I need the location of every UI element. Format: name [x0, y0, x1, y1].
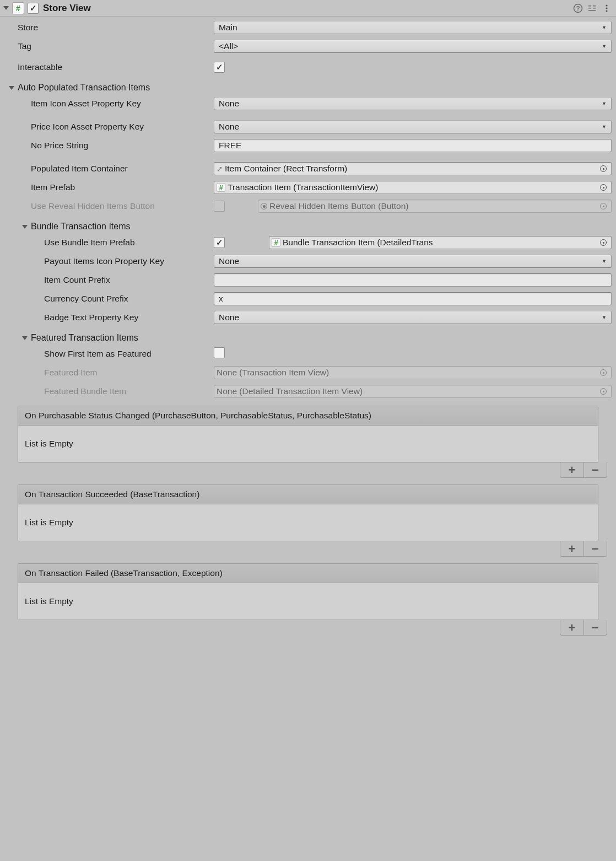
svg-point-8 — [606, 7, 607, 9]
item-icon-key-dropdown[interactable]: None — [214, 97, 612, 110]
event-purchasable-header: On Purchasable Status Changed (PurchaseB… — [18, 406, 598, 426]
auto-populated-title: Auto Populated Transaction Items — [18, 83, 150, 93]
object-picker-icon — [599, 387, 608, 396]
object-picker-icon — [599, 202, 608, 211]
help-icon[interactable]: ? — [572, 2, 584, 14]
show-first-featured-checkbox[interactable] — [214, 347, 225, 358]
price-icon-key-value: None — [219, 122, 239, 132]
price-icon-key-dropdown[interactable]: None — [214, 120, 612, 133]
item-prefab-value: Transaction Item (TransactionItemView) — [228, 182, 378, 192]
bundle-header[interactable]: Bundle Transaction Items — [4, 222, 612, 232]
component-title: Store View — [43, 3, 570, 14]
populated-container-value: Item Container (Rect Transform) — [225, 164, 347, 174]
event-succeeded-body: List is Empty — [18, 504, 598, 541]
component-enabled-checkbox[interactable] — [28, 3, 39, 14]
payout-key-value: None — [219, 256, 239, 266]
tag-dropdown[interactable]: <All> — [214, 40, 612, 53]
tag-value: <All> — [219, 41, 238, 51]
item-icon-key-value: None — [219, 99, 239, 109]
script-icon: # — [12, 2, 24, 14]
bundle-title: Bundle Transaction Items — [31, 222, 131, 232]
svg-text:?: ? — [576, 5, 580, 12]
currency-count-prefix-input[interactable]: x — [214, 292, 612, 305]
svg-point-9 — [606, 10, 607, 12]
event-purchasable-block: On Purchasable Status Changed (PurchaseB… — [18, 406, 598, 462]
store-dropdown[interactable]: Main — [214, 21, 612, 34]
currency-count-prefix-value: x — [219, 294, 223, 304]
payout-key-dropdown[interactable]: None — [214, 255, 612, 268]
no-price-string-value: FREE — [219, 141, 241, 150]
use-bundle-prefab-checkbox[interactable] — [214, 237, 225, 248]
event-purchasable-body: List is Empty — [18, 426, 598, 462]
component-foldout[interactable] — [3, 6, 9, 10]
svg-rect-2 — [588, 6, 591, 7]
svg-point-7 — [606, 4, 607, 6]
price-icon-key-label: Price Icon Asset Property Key — [4, 122, 214, 132]
featured-bundle-item-label: Featured Bundle Item — [4, 386, 214, 396]
svg-rect-6 — [588, 10, 596, 11]
show-first-featured-label: Show First Item as Featured — [4, 349, 214, 359]
badge-text-key-label: Badge Text Property Key — [4, 313, 214, 322]
featured-header[interactable]: Featured Transaction Items — [4, 333, 612, 343]
auto-populated-header[interactable]: Auto Populated Transaction Items — [4, 83, 612, 93]
event-purchasable-footer: + − — [4, 462, 612, 478]
add-listener-button[interactable]: + — [560, 462, 583, 477]
no-price-string-label: No Price String — [4, 141, 214, 150]
no-price-string-input[interactable]: FREE — [214, 139, 612, 152]
add-listener-button[interactable]: + — [560, 541, 583, 556]
event-succeeded-footer: + − — [4, 541, 612, 557]
remove-listener-button[interactable]: − — [583, 541, 607, 556]
interactable-checkbox[interactable] — [214, 62, 225, 73]
featured-item-field: None (Transaction Item View) — [214, 366, 612, 379]
featured-item-value: None (Transaction Item View) — [217, 368, 329, 378]
bundle-foldout[interactable] — [22, 225, 28, 229]
populated-container-field[interactable]: ⤢ Item Container (Rect Transform) — [214, 162, 612, 175]
remove-listener-button[interactable]: − — [583, 620, 607, 635]
tag-label: Tag — [4, 41, 214, 51]
featured-title: Featured Transaction Items — [31, 333, 138, 343]
bundle-prefab-value: Bundle Transaction Item (DetailedTrans — [283, 238, 433, 247]
store-label: Store — [4, 23, 214, 33]
featured-foldout[interactable] — [22, 336, 28, 340]
script-icon: # — [217, 183, 225, 192]
item-count-prefix-label: Item Count Prefix — [4, 275, 214, 285]
item-prefab-label: Item Prefab — [4, 182, 214, 192]
bundle-prefab-field[interactable]: # Bundle Transaction Item (DetailedTrans — [269, 236, 612, 249]
reveal-button-value: Reveal Hidden Items Button (Button) — [269, 201, 408, 211]
item-icon-key-label: Item Icon Asset Property Key — [4, 99, 214, 109]
object-picker-icon[interactable] — [599, 164, 608, 173]
component-header: # Store View ? — [0, 0, 616, 17]
use-bundle-prefab-label: Use Bundle Item Prefab — [4, 238, 214, 247]
badge-text-key-dropdown[interactable]: None — [214, 311, 612, 324]
button-icon — [261, 203, 267, 209]
item-count-prefix-input[interactable] — [214, 273, 612, 287]
object-picker-icon[interactable] — [599, 238, 608, 247]
featured-bundle-item-field: None (Detailed Transaction Item View) — [214, 385, 612, 398]
featured-item-label: Featured Item — [4, 368, 214, 378]
remove-listener-button[interactable]: − — [583, 462, 607, 477]
event-succeeded-header: On Transaction Succeeded (BaseTransactio… — [18, 485, 598, 504]
payout-key-label: Payout Items Icon Property Key — [4, 256, 214, 266]
script-icon: # — [272, 238, 280, 247]
event-succeeded-block: On Transaction Succeeded (BaseTransactio… — [18, 485, 598, 541]
preset-icon[interactable] — [586, 2, 598, 14]
object-picker-icon[interactable] — [599, 183, 608, 192]
reveal-button-field: Reveal Hidden Items Button (Button) — [258, 200, 612, 213]
add-listener-button[interactable]: + — [560, 620, 583, 635]
use-reveal-label: Use Reveal Hidden Items Button — [4, 201, 214, 211]
svg-rect-3 — [588, 8, 591, 9]
event-failed-header: On Transaction Failed (BaseTransaction, … — [18, 564, 598, 583]
badge-text-key-value: None — [219, 313, 239, 322]
interactable-label: Interactable — [4, 62, 214, 72]
use-reveal-checkbox — [214, 201, 225, 212]
object-picker-icon — [599, 368, 608, 377]
event-failed-block: On Transaction Failed (BaseTransaction, … — [18, 563, 598, 620]
menu-icon[interactable] — [601, 2, 613, 14]
inspector-content: Store Main Tag <All> Interactable Auto P… — [0, 17, 616, 642]
auto-populated-foldout[interactable] — [9, 86, 14, 90]
populated-container-label: Populated Item Container — [4, 164, 214, 174]
item-prefab-field[interactable]: # Transaction Item (TransactionItemView) — [214, 181, 612, 194]
event-failed-footer: + − — [4, 620, 612, 636]
svg-rect-4 — [593, 6, 596, 7]
svg-rect-5 — [593, 8, 596, 9]
